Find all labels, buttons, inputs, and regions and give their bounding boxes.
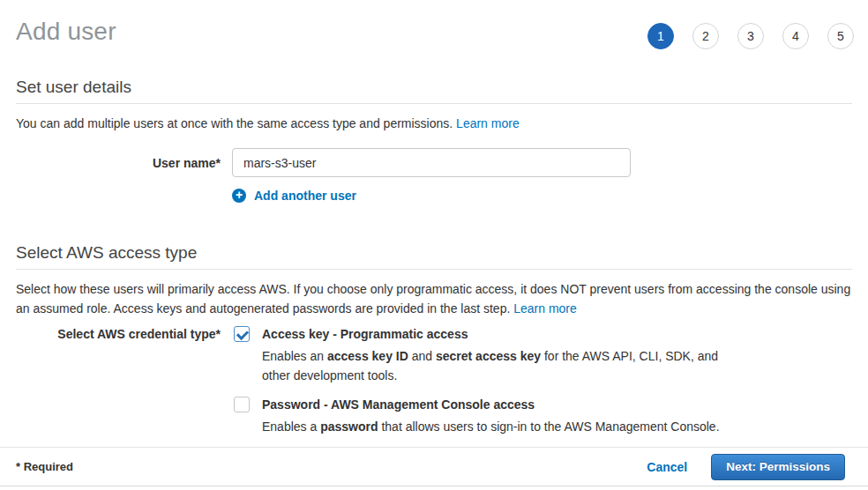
user-name-input[interactable] bbox=[232, 148, 631, 177]
access-type-intro: Select how these users will primarily ac… bbox=[16, 279, 852, 318]
user-name-label: User name* bbox=[16, 155, 221, 170]
learn-more-link-user-details[interactable]: Learn more bbox=[456, 116, 520, 130]
wizard-content: Set user details You can add multiple us… bbox=[0, 78, 868, 436]
step-indicator-2: 2 bbox=[692, 23, 719, 49]
set-user-details-heading: Set user details bbox=[16, 78, 852, 104]
access-key-option: Access key - Programmatic access Enables… bbox=[234, 326, 731, 385]
user-name-row: User name* bbox=[16, 148, 852, 177]
cancel-button[interactable]: Cancel bbox=[647, 460, 687, 474]
add-another-user-button[interactable]: + Add another user bbox=[232, 189, 852, 203]
password-option: Password - AWS Management Console access… bbox=[234, 397, 731, 436]
credential-type-row: Select AWS credential type* Access key -… bbox=[16, 326, 852, 436]
wizard-header: Add user 1 2 3 4 5 bbox=[0, 0, 868, 46]
footer-actions: Cancel Next: Permissions bbox=[647, 454, 845, 480]
desc-bold: access key ID bbox=[327, 349, 408, 363]
step-indicator-5: 5 bbox=[827, 23, 854, 49]
desc-bold: password bbox=[320, 419, 378, 434]
access-key-option-title: Access key - Programmatic access bbox=[262, 326, 731, 342]
set-user-details-section: Set user details You can add multiple us… bbox=[16, 78, 852, 203]
desc-text: Enables an bbox=[262, 349, 327, 363]
user-details-intro-text: You can add multiple users at once with … bbox=[16, 116, 453, 130]
access-key-option-body: Access key - Programmatic access Enables… bbox=[262, 326, 731, 385]
add-user-wizard: Add user 1 2 3 4 5 Set user details You … bbox=[0, 0, 868, 490]
plus-circle-icon: + bbox=[232, 189, 246, 203]
desc-bold: secret access key bbox=[436, 349, 541, 363]
select-access-type-section: Select AWS access type Select how these … bbox=[16, 243, 852, 436]
desc-text: and bbox=[408, 349, 436, 363]
add-another-user-label: Add another user bbox=[254, 189, 356, 203]
credential-type-label: Select AWS credential type* bbox=[16, 326, 221, 341]
password-option-body: Password - AWS Management Console access… bbox=[262, 397, 720, 436]
access-type-intro-text: Select how these users will primarily ac… bbox=[16, 282, 850, 316]
user-details-intro: You can add multiple users at once with … bbox=[16, 114, 852, 133]
password-option-title: Password - AWS Management Console access bbox=[262, 397, 720, 412]
step-indicator-4: 4 bbox=[782, 23, 809, 49]
step-indicator-3: 3 bbox=[737, 23, 764, 49]
credential-options: Access key - Programmatic access Enables… bbox=[234, 326, 731, 436]
step-indicator-1: 1 bbox=[647, 23, 674, 49]
wizard-step-indicators: 1 2 3 4 5 bbox=[647, 23, 854, 49]
access-key-option-desc: Enables an access key ID and secret acce… bbox=[262, 346, 731, 385]
password-option-desc: Enables a password that allows users to … bbox=[262, 417, 720, 436]
learn-more-link-access-type[interactable]: Learn more bbox=[513, 301, 577, 316]
desc-text: Enables a bbox=[262, 419, 320, 434]
password-checkbox[interactable] bbox=[234, 397, 250, 412]
desc-text: that allows users to sign-in to the AWS … bbox=[378, 419, 720, 434]
required-note: * Required bbox=[16, 460, 73, 473]
next-permissions-button[interactable]: Next: Permissions bbox=[711, 454, 845, 480]
wizard-footer: * Required Cancel Next: Permissions bbox=[0, 447, 868, 486]
access-key-checkbox[interactable] bbox=[234, 326, 250, 342]
select-access-type-heading: Select AWS access type bbox=[16, 243, 852, 270]
user-name-field-wrap bbox=[232, 148, 631, 177]
